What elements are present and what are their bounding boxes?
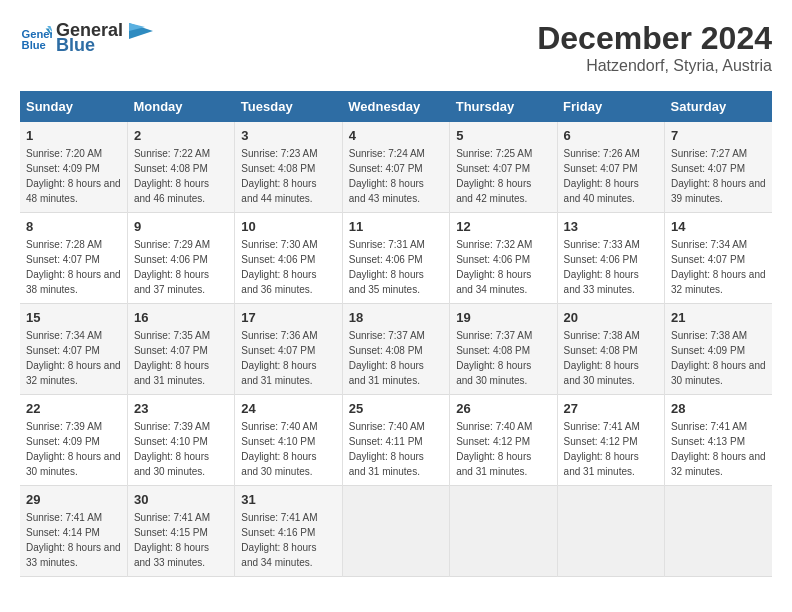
svg-text:Blue: Blue bbox=[22, 39, 46, 51]
day-info: Sunrise: 7:32 AM Sunset: 4:06 PM Dayligh… bbox=[456, 237, 550, 297]
day-info: Sunrise: 7:29 AM Sunset: 4:06 PM Dayligh… bbox=[134, 237, 228, 297]
calendar-cell: 23 Sunrise: 7:39 AM Sunset: 4:10 PM Dayl… bbox=[127, 395, 234, 486]
day-info: Sunrise: 7:30 AM Sunset: 4:06 PM Dayligh… bbox=[241, 237, 335, 297]
weekday-header: Thursday bbox=[450, 91, 557, 122]
logo-icon: General Blue bbox=[20, 22, 52, 54]
day-number: 2 bbox=[134, 128, 228, 143]
day-number: 26 bbox=[456, 401, 550, 416]
calendar-cell: 20 Sunrise: 7:38 AM Sunset: 4:08 PM Dayl… bbox=[557, 304, 664, 395]
calendar-cell: 29 Sunrise: 7:41 AM Sunset: 4:14 PM Dayl… bbox=[20, 486, 127, 577]
day-info: Sunrise: 7:33 AM Sunset: 4:06 PM Dayligh… bbox=[564, 237, 658, 297]
calendar-cell: 27 Sunrise: 7:41 AM Sunset: 4:12 PM Dayl… bbox=[557, 395, 664, 486]
title-section: December 2024 Hatzendorf, Styria, Austri… bbox=[537, 20, 772, 75]
day-number: 6 bbox=[564, 128, 658, 143]
day-info: Sunrise: 7:41 AM Sunset: 4:15 PM Dayligh… bbox=[134, 510, 228, 570]
day-info: Sunrise: 7:28 AM Sunset: 4:07 PM Dayligh… bbox=[26, 237, 121, 297]
day-number: 10 bbox=[241, 219, 335, 234]
day-info: Sunrise: 7:26 AM Sunset: 4:07 PM Dayligh… bbox=[564, 146, 658, 206]
weekday-header-row: SundayMondayTuesdayWednesdayThursdayFrid… bbox=[20, 91, 772, 122]
calendar-week-row: 15 Sunrise: 7:34 AM Sunset: 4:07 PM Dayl… bbox=[20, 304, 772, 395]
weekday-header: Sunday bbox=[20, 91, 127, 122]
calendar-cell: 1 Sunrise: 7:20 AM Sunset: 4:09 PM Dayli… bbox=[20, 122, 127, 213]
day-info: Sunrise: 7:36 AM Sunset: 4:07 PM Dayligh… bbox=[241, 328, 335, 388]
day-info: Sunrise: 7:37 AM Sunset: 4:08 PM Dayligh… bbox=[349, 328, 443, 388]
day-info: Sunrise: 7:20 AM Sunset: 4:09 PM Dayligh… bbox=[26, 146, 121, 206]
logo: General Blue General Blue bbox=[20, 20, 153, 56]
day-number: 3 bbox=[241, 128, 335, 143]
day-info: Sunrise: 7:40 AM Sunset: 4:10 PM Dayligh… bbox=[241, 419, 335, 479]
day-number: 16 bbox=[134, 310, 228, 325]
day-info: Sunrise: 7:34 AM Sunset: 4:07 PM Dayligh… bbox=[26, 328, 121, 388]
weekday-header: Saturday bbox=[665, 91, 772, 122]
calendar-cell: 12 Sunrise: 7:32 AM Sunset: 4:06 PM Dayl… bbox=[450, 213, 557, 304]
calendar-cell: 30 Sunrise: 7:41 AM Sunset: 4:15 PM Dayl… bbox=[127, 486, 234, 577]
day-number: 24 bbox=[241, 401, 335, 416]
day-number: 20 bbox=[564, 310, 658, 325]
day-number: 14 bbox=[671, 219, 766, 234]
page-header: General Blue General Blue December 2024 … bbox=[20, 20, 772, 75]
day-number: 27 bbox=[564, 401, 658, 416]
calendar-cell: 8 Sunrise: 7:28 AM Sunset: 4:07 PM Dayli… bbox=[20, 213, 127, 304]
day-info: Sunrise: 7:41 AM Sunset: 4:14 PM Dayligh… bbox=[26, 510, 121, 570]
calendar-cell: 18 Sunrise: 7:37 AM Sunset: 4:08 PM Dayl… bbox=[342, 304, 449, 395]
day-number: 9 bbox=[134, 219, 228, 234]
day-number: 4 bbox=[349, 128, 443, 143]
calendar-week-row: 22 Sunrise: 7:39 AM Sunset: 4:09 PM Dayl… bbox=[20, 395, 772, 486]
day-number: 21 bbox=[671, 310, 766, 325]
day-number: 17 bbox=[241, 310, 335, 325]
day-number: 13 bbox=[564, 219, 658, 234]
calendar-cell bbox=[342, 486, 449, 577]
day-number: 22 bbox=[26, 401, 121, 416]
day-info: Sunrise: 7:24 AM Sunset: 4:07 PM Dayligh… bbox=[349, 146, 443, 206]
calendar-week-row: 1 Sunrise: 7:20 AM Sunset: 4:09 PM Dayli… bbox=[20, 122, 772, 213]
calendar-cell: 2 Sunrise: 7:22 AM Sunset: 4:08 PM Dayli… bbox=[127, 122, 234, 213]
calendar-cell bbox=[557, 486, 664, 577]
calendar-cell: 7 Sunrise: 7:27 AM Sunset: 4:07 PM Dayli… bbox=[665, 122, 772, 213]
day-info: Sunrise: 7:39 AM Sunset: 4:09 PM Dayligh… bbox=[26, 419, 121, 479]
calendar-cell: 28 Sunrise: 7:41 AM Sunset: 4:13 PM Dayl… bbox=[665, 395, 772, 486]
calendar-cell: 9 Sunrise: 7:29 AM Sunset: 4:06 PM Dayli… bbox=[127, 213, 234, 304]
logo-flag-icon bbox=[125, 21, 153, 41]
calendar-cell: 5 Sunrise: 7:25 AM Sunset: 4:07 PM Dayli… bbox=[450, 122, 557, 213]
day-info: Sunrise: 7:25 AM Sunset: 4:07 PM Dayligh… bbox=[456, 146, 550, 206]
day-info: Sunrise: 7:40 AM Sunset: 4:12 PM Dayligh… bbox=[456, 419, 550, 479]
day-number: 12 bbox=[456, 219, 550, 234]
day-info: Sunrise: 7:23 AM Sunset: 4:08 PM Dayligh… bbox=[241, 146, 335, 206]
calendar-cell bbox=[450, 486, 557, 577]
month-title: December 2024 bbox=[537, 20, 772, 57]
weekday-header: Monday bbox=[127, 91, 234, 122]
day-info: Sunrise: 7:22 AM Sunset: 4:08 PM Dayligh… bbox=[134, 146, 228, 206]
day-number: 23 bbox=[134, 401, 228, 416]
calendar-cell: 15 Sunrise: 7:34 AM Sunset: 4:07 PM Dayl… bbox=[20, 304, 127, 395]
day-number: 15 bbox=[26, 310, 121, 325]
calendar-cell: 13 Sunrise: 7:33 AM Sunset: 4:06 PM Dayl… bbox=[557, 213, 664, 304]
weekday-header: Friday bbox=[557, 91, 664, 122]
calendar-cell: 10 Sunrise: 7:30 AM Sunset: 4:06 PM Dayl… bbox=[235, 213, 342, 304]
day-number: 30 bbox=[134, 492, 228, 507]
day-info: Sunrise: 7:39 AM Sunset: 4:10 PM Dayligh… bbox=[134, 419, 228, 479]
day-info: Sunrise: 7:37 AM Sunset: 4:08 PM Dayligh… bbox=[456, 328, 550, 388]
calendar-cell: 22 Sunrise: 7:39 AM Sunset: 4:09 PM Dayl… bbox=[20, 395, 127, 486]
calendar-cell: 4 Sunrise: 7:24 AM Sunset: 4:07 PM Dayli… bbox=[342, 122, 449, 213]
weekday-header: Wednesday bbox=[342, 91, 449, 122]
calendar-cell: 21 Sunrise: 7:38 AM Sunset: 4:09 PM Dayl… bbox=[665, 304, 772, 395]
calendar-cell bbox=[665, 486, 772, 577]
day-number: 18 bbox=[349, 310, 443, 325]
location: Hatzendorf, Styria, Austria bbox=[537, 57, 772, 75]
calendar-table: SundayMondayTuesdayWednesdayThursdayFrid… bbox=[20, 91, 772, 577]
calendar-week-row: 8 Sunrise: 7:28 AM Sunset: 4:07 PM Dayli… bbox=[20, 213, 772, 304]
day-number: 5 bbox=[456, 128, 550, 143]
day-info: Sunrise: 7:31 AM Sunset: 4:06 PM Dayligh… bbox=[349, 237, 443, 297]
day-number: 29 bbox=[26, 492, 121, 507]
day-info: Sunrise: 7:41 AM Sunset: 4:12 PM Dayligh… bbox=[564, 419, 658, 479]
day-number: 7 bbox=[671, 128, 766, 143]
day-number: 8 bbox=[26, 219, 121, 234]
day-number: 19 bbox=[456, 310, 550, 325]
calendar-cell: 25 Sunrise: 7:40 AM Sunset: 4:11 PM Dayl… bbox=[342, 395, 449, 486]
calendar-cell: 26 Sunrise: 7:40 AM Sunset: 4:12 PM Dayl… bbox=[450, 395, 557, 486]
day-number: 28 bbox=[671, 401, 766, 416]
day-number: 25 bbox=[349, 401, 443, 416]
calendar-cell: 16 Sunrise: 7:35 AM Sunset: 4:07 PM Dayl… bbox=[127, 304, 234, 395]
day-number: 1 bbox=[26, 128, 121, 143]
day-info: Sunrise: 7:34 AM Sunset: 4:07 PM Dayligh… bbox=[671, 237, 766, 297]
